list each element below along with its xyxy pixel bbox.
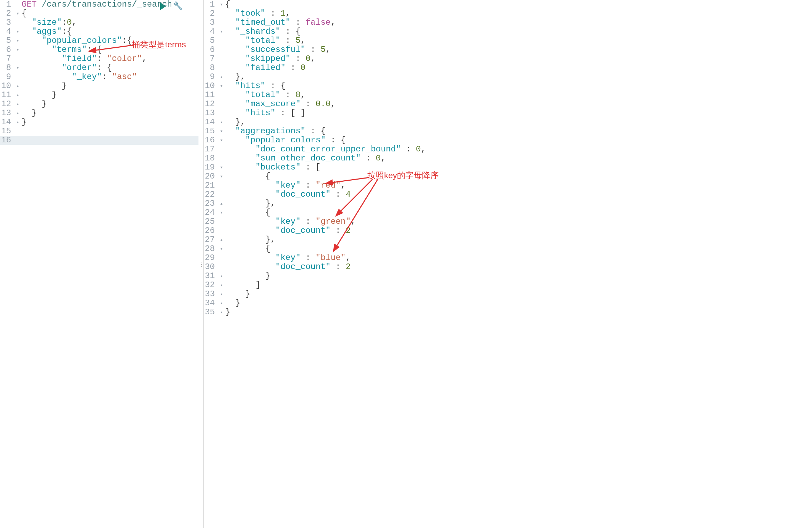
fold-toggle[interactable]: ▴ xyxy=(14,90,22,100)
code-line[interactable]: 14▴} xyxy=(0,118,198,127)
code-line[interactable]: 15 xyxy=(0,127,198,136)
code-line[interactable]: 3 "size":0, xyxy=(0,18,198,27)
code-line[interactable]: 9 "_key": "asc" xyxy=(0,72,198,81)
fold-toggle[interactable]: ▴ xyxy=(218,299,225,308)
fold-toggle[interactable]: ▴ xyxy=(218,271,225,281)
code-content: { xyxy=(225,208,812,217)
code-line[interactable]: 28▾ { xyxy=(204,244,812,253)
code-line[interactable]: 5 "total" : 5, xyxy=(204,36,812,45)
fold-toggle[interactable]: ▾ xyxy=(14,27,22,36)
fold-toggle[interactable]: ▾ xyxy=(218,163,225,172)
code-line[interactable]: 26 "doc_count" : 2 xyxy=(204,226,812,235)
fold-toggle[interactable]: ▾ xyxy=(218,27,225,36)
fold-toggle[interactable]: ▴ xyxy=(218,72,225,81)
fold-toggle[interactable]: ▾ xyxy=(218,127,225,136)
fold-toggle[interactable]: ▾ xyxy=(218,81,225,90)
code-line[interactable]: 27▴ }, xyxy=(204,235,812,244)
code-content: { xyxy=(225,244,812,253)
code-line[interactable]: 12 "max_score" : 0.0, xyxy=(204,100,812,109)
code-content: } xyxy=(22,118,198,127)
line-number: 27 xyxy=(204,235,218,244)
code-line[interactable]: 13▴ } xyxy=(0,109,198,118)
code-line[interactable]: 16▾ "popular_colors" : { xyxy=(204,136,812,145)
response-viewer[interactable]: 1▾{2 "took" : 1,3 "timed_out" : false,4▾… xyxy=(203,0,812,528)
code-line[interactable]: 6▾ "terms": { xyxy=(0,45,198,54)
code-line[interactable]: 5▾ "popular_colors":{ xyxy=(0,36,198,45)
code-line[interactable]: 20▾ { xyxy=(204,172,812,181)
code-line[interactable]: 29 "key" : "blue", xyxy=(204,253,812,262)
line-number: 34 xyxy=(204,299,218,308)
line-number: 2 xyxy=(204,9,218,18)
code-content: "timed_out" : false, xyxy=(225,18,812,27)
code-line[interactable]: 11▴ } xyxy=(0,90,198,100)
code-line[interactable]: 33▴ } xyxy=(204,290,812,299)
code-line[interactable]: 34▴ } xyxy=(204,299,812,308)
code-line[interactable]: 8▾ "order": { xyxy=(0,63,198,72)
fold-toggle[interactable]: ▴ xyxy=(14,109,22,118)
code-line[interactable]: 23▴ }, xyxy=(204,199,812,208)
fold-toggle[interactable]: ▾ xyxy=(14,45,22,54)
code-line[interactable]: 4▾ "_shards" : { xyxy=(204,27,812,36)
code-line[interactable]: 2▾{ xyxy=(0,9,198,18)
code-line[interactable]: 7 "field": "color", xyxy=(0,54,198,63)
fold-toggle[interactable]: ▴ xyxy=(218,199,225,208)
fold-toggle[interactable]: ▴ xyxy=(218,308,225,317)
panel-divider[interactable]: ⋮ xyxy=(198,0,203,528)
code-content: }, xyxy=(225,72,812,81)
code-line[interactable]: 25 "key" : "green", xyxy=(204,217,812,226)
fold-toggle[interactable]: ▾ xyxy=(14,9,22,18)
code-line[interactable]: 35▴} xyxy=(204,308,812,317)
code-line[interactable]: 14▴ }, xyxy=(204,118,812,127)
code-line[interactable]: 9▴ }, xyxy=(204,72,812,81)
code-line[interactable]: 10▾ "hits" : { xyxy=(204,81,812,90)
line-number: 12 xyxy=(0,100,14,109)
fold-toggle[interactable]: ▴ xyxy=(218,235,225,244)
drag-handle-icon: ⋮ xyxy=(198,260,204,268)
code-line[interactable]: 12▴ } xyxy=(0,100,198,109)
line-number: 9 xyxy=(204,72,218,81)
code-line[interactable]: 19▾ "buckets" : [ xyxy=(204,163,812,172)
fold-toggle[interactable]: ▴ xyxy=(14,100,22,109)
code-line[interactable]: 24▾ { xyxy=(204,208,812,217)
code-line[interactable]: 31▴ } xyxy=(204,271,812,281)
code-line[interactable]: 2 "took" : 1, xyxy=(204,9,812,18)
fold-toggle xyxy=(218,90,225,100)
fold-toggle[interactable]: ▴ xyxy=(218,290,225,299)
line-number: 16 xyxy=(204,136,218,145)
request-editor[interactable]: 🔧 1 GET /cars/transactions/_search2▾{3 "… xyxy=(0,0,198,528)
code-line[interactable]: 1 GET /cars/transactions/_search xyxy=(0,0,198,9)
code-line[interactable]: 3 "timed_out" : false, xyxy=(204,18,812,27)
code-line[interactable]: 32▴ ] xyxy=(204,281,812,290)
line-number: 5 xyxy=(204,36,218,45)
code-line[interactable]: 16 xyxy=(0,136,198,145)
fold-toggle[interactable]: ▾ xyxy=(14,36,22,45)
code-line[interactable]: 15▾ "aggregations" : { xyxy=(204,127,812,136)
code-line[interactable]: 22 "doc_count" : 4 xyxy=(204,190,812,199)
code-line[interactable]: 21 "key" : "red", xyxy=(204,181,812,190)
code-line[interactable]: 11 "total" : 8, xyxy=(204,90,812,100)
code-line[interactable]: 4▾ "aggs":{ xyxy=(0,27,198,36)
fold-toggle[interactable]: ▴ xyxy=(218,281,225,290)
code-line[interactable]: 10▴ } xyxy=(0,81,198,90)
code-line[interactable]: 1▾{ xyxy=(204,0,812,9)
fold-toggle[interactable]: ▾ xyxy=(14,63,22,72)
code-line[interactable]: 7 "skipped" : 0, xyxy=(204,54,812,63)
code-line[interactable]: 6 "successful" : 5, xyxy=(204,45,812,54)
fold-toggle[interactable]: ▾ xyxy=(218,0,225,9)
code-content: } xyxy=(22,109,198,118)
code-line[interactable]: 13 "hits" : [ ] xyxy=(204,109,812,118)
fold-toggle[interactable]: ▾ xyxy=(218,136,225,145)
code-line[interactable]: 18 "sum_other_doc_count" : 0, xyxy=(204,154,812,163)
fold-toggle xyxy=(14,18,22,27)
fold-toggle[interactable]: ▴ xyxy=(14,81,22,90)
code-line[interactable]: 17 "doc_count_error_upper_bound" : 0, xyxy=(204,145,812,154)
fold-toggle[interactable]: ▾ xyxy=(218,208,225,217)
fold-toggle[interactable]: ▾ xyxy=(218,244,225,253)
fold-toggle[interactable]: ▴ xyxy=(218,118,225,127)
fold-toggle[interactable]: ▾ xyxy=(218,172,225,181)
code-line[interactable]: 8 "failed" : 0 xyxy=(204,63,812,72)
code-line[interactable]: 30 "doc_count" : 2 xyxy=(204,262,812,271)
line-number: 2 xyxy=(0,9,14,18)
fold-toggle xyxy=(218,262,225,271)
fold-toggle[interactable]: ▴ xyxy=(14,118,22,127)
